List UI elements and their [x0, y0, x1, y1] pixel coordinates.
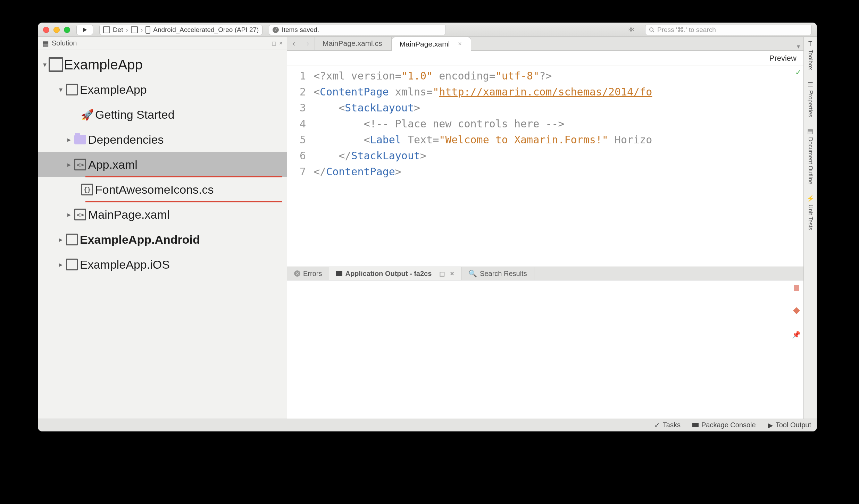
titlebar: Det › › Android_Accelerated_Oreo (API 27…: [38, 23, 817, 37]
project-icon: [103, 26, 110, 33]
tree-item-mainpage-xaml[interactable]: ▸ <> MainPage.xaml: [38, 202, 287, 227]
check-icon: ✓: [654, 421, 660, 429]
status-text: Items saved.: [282, 26, 319, 34]
marker-icon[interactable]: [793, 307, 800, 314]
tree-item-app-xaml[interactable]: ▸ <> App.xaml: [38, 152, 287, 177]
rail-label: Unit Tests: [807, 204, 814, 230]
solution-icon: [49, 57, 63, 72]
pin-icon[interactable]: 📌: [792, 330, 801, 339]
atom-icon[interactable]: ⚛: [628, 25, 635, 34]
statusbar: ✓ Tasks Package Console ▶ Tool Output: [38, 419, 817, 431]
project-icon: [66, 84, 78, 95]
tree-item-exampleapp[interactable]: ▾ ExampleApp: [38, 77, 287, 102]
run-configuration[interactable]: Det › › Android_Accelerated_Oreo (API 27…: [99, 25, 262, 35]
tree-item-label: ExampleApp.Android: [80, 233, 200, 246]
global-search-input[interactable]: Press '⌘.' to search: [645, 25, 812, 35]
solution-icon: ▤: [42, 39, 49, 48]
bottom-tab-errors[interactable]: ✕ Errors: [287, 267, 329, 280]
search-icon: 🔍: [468, 269, 477, 278]
config-project-label: Det: [113, 26, 123, 34]
tab-close-button[interactable]: ×: [458, 40, 462, 48]
tab-overflow-button[interactable]: ▾: [793, 43, 803, 50]
tree-item-label: MainPage.xaml: [88, 208, 169, 221]
ide-body: ▤ Solution ◻ × ▾ ExampleApp ▾ ExampleApp: [38, 37, 817, 419]
rail-document-outline[interactable]: ▤ Document Outline: [807, 127, 814, 184]
document-outline-icon: ▤: [807, 127, 813, 135]
panel-float-button[interactable]: ◻: [272, 40, 276, 47]
minimize-window-button[interactable]: [53, 27, 60, 33]
run-button[interactable]: [76, 25, 93, 35]
bottom-tab-output[interactable]: Application Output - fa2cs ◻ ×: [329, 267, 461, 280]
panel-float-button[interactable]: ◻: [439, 269, 445, 278]
solution-panel: ▤ Solution ◻ × ▾ ExampleApp ▾ ExampleApp: [38, 37, 287, 419]
solution-panel-header: ▤ Solution ◻ ×: [38, 37, 287, 50]
tree-item-fontawesomeicons[interactable]: {} FontAwesomeIcons.cs: [38, 177, 287, 202]
tree-item-getting-started[interactable]: 🚀 Getting Started: [38, 102, 287, 127]
svg-marker-0: [83, 27, 87, 32]
code-content[interactable]: <?xml version="1.0" encoding="utf-8"?> <…: [311, 66, 803, 267]
svg-point-1: [650, 28, 653, 31]
tree-item-label: ExampleApp: [80, 83, 147, 96]
panel-close-button[interactable]: ×: [279, 40, 283, 47]
tree-item-exampleapp-android[interactable]: ▸ ExampleApp.Android: [38, 227, 287, 252]
svg-line-2: [653, 31, 654, 32]
solution-header-label: Solution: [52, 39, 77, 47]
statusbar-label: Tasks: [663, 421, 681, 429]
toolbox-icon: T: [808, 40, 812, 48]
maximize-window-button[interactable]: [64, 27, 70, 33]
caret-down-icon[interactable]: ▾: [58, 85, 64, 94]
line-gutter: 1 2 3 4 5 6 7: [287, 66, 311, 267]
solution-root-label: ExampleApp: [64, 57, 143, 73]
statusbar-label: Package Console: [701, 421, 756, 429]
nav-back-button[interactable]: ‹: [287, 37, 301, 50]
unit-tests-icon: ⚡: [807, 195, 814, 202]
marker-icon[interactable]: [794, 285, 799, 291]
folder-icon: [74, 135, 86, 144]
solution-tree[interactable]: ▾ ExampleApp ▾ ExampleApp 🚀 Getting Star…: [38, 50, 287, 419]
tab-label: MainPage.xaml.cs: [323, 39, 382, 48]
search-placeholder: Press '⌘.' to search: [657, 26, 716, 34]
bottom-tab-search-results[interactable]: 🔍 Search Results: [461, 267, 534, 280]
window-controls: [43, 27, 70, 33]
caret-right-icon[interactable]: ▸: [66, 210, 72, 219]
tab-mainpage-xaml[interactable]: MainPage.xaml ×: [392, 37, 471, 51]
bottom-tab-label: Errors: [303, 270, 322, 278]
rail-label: Properties: [807, 90, 814, 117]
editor-tabbar: ‹ › MainPage.xaml.cs MainPage.xaml × ▾: [287, 37, 803, 51]
project-icon: [66, 234, 78, 245]
nav-forward-button[interactable]: ›: [301, 37, 315, 50]
statusbar-tool-output[interactable]: ▶ Tool Output: [768, 421, 811, 429]
rail-toolbox[interactable]: T Toolbox: [807, 40, 814, 70]
rail-properties[interactable]: ☰ Properties: [807, 81, 814, 117]
right-rail: T Toolbox ☰ Properties ▤ Document Outlin…: [803, 37, 817, 419]
statusbar-tasks[interactable]: ✓ Tasks: [654, 421, 681, 429]
bottom-panel-tabs: ✕ Errors Application Output - fa2cs ◻ × …: [287, 267, 803, 280]
caret-right-icon[interactable]: ▸: [66, 135, 72, 144]
close-window-button[interactable]: [43, 27, 49, 33]
preview-button[interactable]: Preview: [769, 54, 797, 63]
code-editor[interactable]: ✓ 1 2 3 4 5 6 7 <?xml version="1.0" enco…: [287, 66, 803, 267]
caret-right-icon[interactable]: ▸: [58, 235, 64, 244]
bottom-tab-label: Search Results: [480, 270, 527, 278]
tab-mainpage-xaml-cs[interactable]: MainPage.xaml.cs: [315, 37, 392, 50]
panel-close-button[interactable]: ×: [450, 270, 454, 278]
output-pane-gutter: 📌: [792, 285, 801, 339]
tree-item-exampleapp-ios[interactable]: ▸ ExampleApp.iOS: [38, 252, 287, 277]
caret-down-icon[interactable]: ▾: [42, 60, 48, 69]
caret-right-icon[interactable]: ▸: [66, 160, 72, 169]
rail-label: Toolbox: [807, 50, 814, 70]
xaml-file-icon: <>: [74, 209, 86, 220]
play-icon: ▶: [768, 421, 773, 429]
chevron-right-icon: ›: [126, 26, 128, 34]
output-pane[interactable]: 📌: [287, 280, 803, 419]
rail-label: Document Outline: [807, 137, 814, 184]
rail-unit-tests[interactable]: ⚡ Unit Tests: [807, 195, 814, 230]
tree-item-label: ExampleApp.iOS: [80, 258, 170, 271]
xaml-file-icon: <>: [74, 159, 86, 170]
status-ok-icon: ✓: [795, 68, 801, 77]
tree-item-dependencies[interactable]: ▸ Dependencies: [38, 127, 287, 152]
status-bar: ✓ Items saved.: [269, 25, 446, 35]
caret-right-icon[interactable]: ▸: [58, 260, 64, 269]
statusbar-package-console[interactable]: Package Console: [692, 421, 756, 429]
solution-root[interactable]: ▾ ExampleApp: [38, 52, 287, 77]
